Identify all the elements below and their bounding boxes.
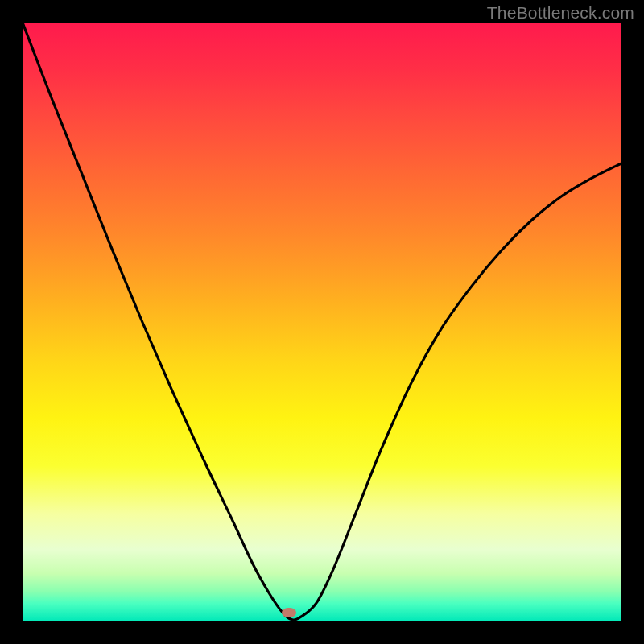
bottleneck-curve [23,23,621,621]
optimal-point-marker [282,608,296,617]
watermark-text: TheBottleneck.com [487,3,634,23]
chart-frame: TheBottleneck.com [0,0,644,644]
plot-area [23,23,621,621]
